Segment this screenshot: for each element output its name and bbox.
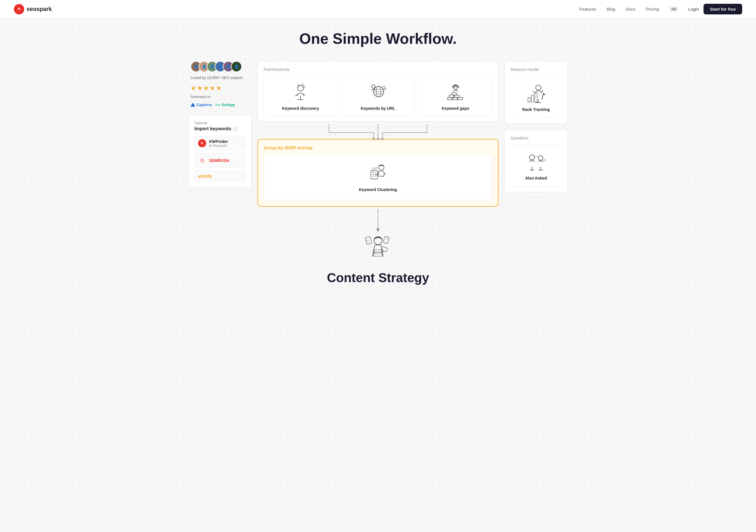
- find-keywords-label: Find keywords: [263, 67, 493, 72]
- getapp-chevrons: » »: [215, 102, 220, 107]
- also-asked-label: Also Asked: [525, 176, 547, 180]
- measure-results-label: Measure results: [510, 67, 562, 72]
- ahrefs-name: ahrefs: [198, 174, 212, 179]
- keyword-clustering-illustration: [367, 163, 389, 184]
- svg-rect-31: [372, 168, 374, 170]
- svg-rect-22: [452, 93, 456, 95]
- content-strategy-section: Content Strategy: [257, 232, 499, 285]
- kwfinder-tool[interactable]: K KWFinder by Mangools: [194, 136, 246, 150]
- svg-rect-46: [535, 93, 537, 102]
- find-keywords-grid: Keyword discovery: [263, 76, 493, 116]
- keywords-by-url-label: Keywords by URL: [361, 106, 395, 111]
- star-2: ★: [197, 84, 203, 92]
- svg-point-15: [372, 85, 375, 88]
- nav-blog[interactable]: Blog: [607, 7, 615, 12]
- star-1: ★: [191, 84, 196, 92]
- keyword-clustering-box[interactable]: Keyword Clustering: [264, 154, 492, 200]
- svg-rect-20: [449, 95, 454, 97]
- import-title: Import keywords i: [194, 126, 246, 131]
- kwfinder-sub: by Mangools: [209, 144, 228, 147]
- svg-rect-36: [383, 236, 389, 244]
- reviewed-on-text: Reviewed on: [191, 95, 249, 99]
- serp-overlap-card: Group by SERP overlap: [257, 139, 499, 207]
- loved-text: Loved by 10,000+ SEO experts: [191, 75, 249, 80]
- social-proof: 👤 👤 👤 👤 👤 👤 Loved by 10,000+ SEO experts…: [188, 61, 252, 107]
- logo-icon: [14, 4, 24, 14]
- page-title: One Simple Workflow.: [188, 30, 568, 47]
- nav-docs[interactable]: Docs: [626, 7, 635, 12]
- right-column: Measure results: [504, 61, 568, 193]
- kwfinder-info: KWFinder by Mangools: [209, 139, 228, 147]
- svg-rect-23: [447, 97, 452, 100]
- measure-results-card: Measure results: [504, 61, 568, 124]
- rank-tracking-label: Rank Tracking: [522, 107, 550, 112]
- svg-rect-45: [531, 95, 534, 102]
- svg-rect-44: [528, 97, 530, 102]
- keyword-discovery-box[interactable]: Keyword discovery: [263, 76, 338, 116]
- svg-point-0: [16, 7, 22, 12]
- ahrefs-tool[interactable]: ahrefs: [194, 171, 246, 182]
- svg-rect-25: [458, 97, 463, 100]
- svg-point-48: [529, 155, 534, 160]
- keyword-discovery-label: Keyword discovery: [282, 106, 319, 111]
- capterra-icon: [191, 103, 195, 107]
- content-strategy-title: Content Strategy: [327, 271, 429, 285]
- kwfinder-icon: K: [198, 139, 206, 147]
- logo[interactable]: seospark: [14, 4, 52, 14]
- semrush-name: SEMRUSH: [209, 158, 229, 163]
- questions-card: Questions: [504, 130, 568, 193]
- rank-tracking-illustration: [525, 82, 547, 104]
- workflow-layout: 👤 👤 👤 👤 👤 👤 Loved by 10,000+ SEO experts…: [188, 61, 568, 285]
- svg-rect-21: [454, 95, 459, 97]
- content-strategy-illustration: [362, 232, 394, 265]
- start-free-button[interactable]: Start for free: [704, 4, 742, 14]
- bottom-arrow-svg: [349, 209, 407, 232]
- bottom-connector: [257, 207, 499, 230]
- star-rating: ★ ★ ★ ★ ★: [191, 84, 249, 92]
- keyword-clustering-label: Keyword Clustering: [359, 187, 397, 192]
- svg-point-16: [382, 86, 385, 89]
- svg-line-53: [543, 161, 544, 161]
- capterra-logo: Capterra: [191, 103, 212, 107]
- semrush-tool[interactable]: ⊙ SEMRUSH: [194, 153, 246, 168]
- svg-point-43: [536, 85, 541, 90]
- svg-rect-32: [375, 168, 377, 169]
- avatars: 👤 👤 👤 👤 👤 👤: [191, 61, 249, 72]
- nav-ab-toggle[interactable]: AB: [669, 7, 678, 12]
- navbar: seospark Features Blog Docs Pricing AB L…: [0, 0, 756, 18]
- questions-label: Questions: [510, 136, 562, 140]
- svg-point-5: [302, 84, 304, 86]
- svg-rect-24: [453, 97, 457, 100]
- top-arrows-svg: [291, 124, 465, 141]
- getapp-logo: » » GetApp: [215, 102, 235, 107]
- rank-tracking-box[interactable]: Rank Tracking: [510, 76, 562, 118]
- keyword-gaps-illustration: [445, 81, 467, 103]
- serp-overlap-label: Group by SERP overlap: [264, 145, 492, 150]
- keyword-gaps-label: Keyword gaps: [442, 106, 470, 111]
- info-icon[interactable]: i: [233, 126, 238, 131]
- top-connector: [257, 121, 499, 139]
- also-asked-box[interactable]: Also Asked: [510, 145, 562, 186]
- login-link[interactable]: Login: [688, 7, 699, 12]
- svg-point-1: [18, 8, 20, 9]
- import-keywords-card: Optional Import keywords i K KWFinder by…: [188, 115, 252, 188]
- nav-features[interactable]: Features: [579, 7, 596, 12]
- svg-point-49: [538, 156, 543, 160]
- optional-label: Optional: [194, 121, 246, 125]
- keyword-discovery-illustration: [289, 81, 311, 103]
- svg-line-17: [385, 89, 386, 90]
- star-3: ★: [203, 84, 209, 92]
- also-asked-illustration: [525, 151, 547, 173]
- kwfinder-name: KWFinder: [209, 139, 228, 144]
- keyword-gaps-box[interactable]: Keyword gaps: [418, 76, 493, 116]
- left-column: 👤 👤 👤 👤 👤 👤 Loved by 10,000+ SEO experts…: [188, 61, 252, 188]
- keywords-by-url-illustration: [367, 81, 389, 103]
- page-content: One Simple Workflow. 👤 👤 👤 👤 👤 👤 Loved b…: [179, 18, 577, 302]
- nav-pricing[interactable]: Pricing: [646, 7, 659, 12]
- keywords-by-url-box[interactable]: Keywords by URL: [341, 76, 415, 116]
- nav-links: Features Blog Docs Pricing AB: [579, 7, 678, 12]
- svg-point-7: [304, 86, 305, 88]
- center-column: Find keywords: [257, 61, 499, 285]
- svg-line-4: [299, 86, 300, 87]
- star-5: ★: [216, 84, 222, 92]
